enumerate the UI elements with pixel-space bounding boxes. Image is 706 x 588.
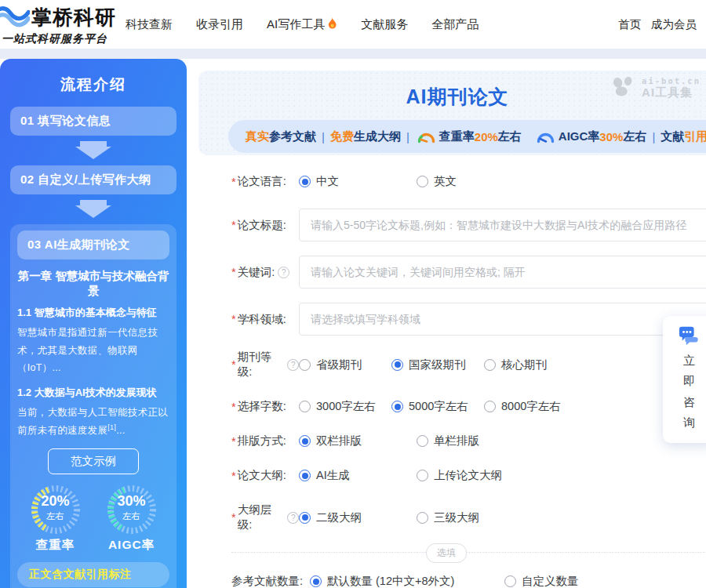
nav-right-links: 首页 成为会员 我的 [618,17,706,32]
field-label: *期刊等级:? [231,350,299,379]
radio-icon [417,435,428,447]
radio-icon [299,470,311,481]
preview-section-text: 智慧城市是指通过新一代信息技术，尤其是大数据、物联网（IoT）... [17,324,169,377]
radio-provincial-journal[interactable]: 省级期刊 [299,358,391,372]
paper-title-input[interactable] [299,209,706,241]
paper-form: *论文语言: 中文 英文 *论文标题: *关键词:? *学科领域: *期刊等级:… [198,174,706,588]
radio-icon [299,359,311,371]
nav-item-ai-writing[interactable]: AI写作工具 [267,17,337,32]
chat-bubbles-icon [677,336,702,350]
radio-icon [299,435,311,447]
radio-chinese[interactable]: 中文 [299,174,417,189]
step-card-1: 01 填写论文信息 [10,107,176,136]
field-label: 参考文献数量: [231,574,310,588]
help-icon[interactable]: ? [287,359,299,371]
page-header-card: ai-bot.cn AI工具集 AI期刊论文 真实参考文献|免费生成大纲|查重率… [198,71,706,155]
field-label: *选择字数: [231,399,299,414]
radio-custom-count[interactable]: 自定义数量 [504,574,579,588]
radio-icon [484,359,496,371]
form-row-journal-level: *期刊等级:? 省级期刊 国家级期刊 核心期刊 [231,350,706,379]
radio-upload-outline[interactable]: 上传论文大纲 [417,468,534,483]
radio-icon [299,176,311,187]
aigc-rate-gauge: 30% 左右 AIGC率 [106,484,158,554]
radio-icon [417,176,428,187]
field-label: *论文标题: [231,218,299,233]
radio-ai-generate-outline[interactable]: AI生成 [299,468,417,483]
nav-item-literature[interactable]: 文献服务 [361,17,408,32]
field-label: *学科领域: [231,312,299,327]
arrow-down-icon [75,200,111,219]
page-top-strip [0,49,706,59]
form-row-title: *论文标题: [231,209,706,241]
radio-icon [299,401,311,412]
radio-icon [391,359,403,371]
radio-two-level-outline[interactable]: 二级大纲 [299,510,417,525]
field-label: *关键词:? [231,265,299,280]
optional-section-divider: 选填 [231,552,706,553]
radio-icon [391,401,403,412]
help-icon[interactable]: ? [278,267,289,278]
nav-link-membership[interactable]: 成为会员 [651,17,697,32]
flame-icon [327,17,337,32]
radio-5000-words[interactable]: 5000字左右 [391,399,484,414]
radio-two-column[interactable]: 双栏排版 [299,434,417,448]
process-sidebar: 流程介绍 01 填写论文信息 02 自定义/上传写作大纲 03 AI生成期刊论文… [0,59,187,588]
radio-core-journal[interactable]: 核心期刊 [484,358,577,372]
step-card-3: 03 AI生成期刊论文 [17,230,169,260]
wave-logo-icon [0,3,31,33]
brand-logo[interactable]: 掌桥科研 一站式科研服务平台 [0,3,116,46]
preview-section-text: 当前，大数据与人工智能技术正以前所未有的速度发展[1]... [17,404,169,440]
top-navbar: 掌桥科研 一站式科研服务平台 科技查新 收录引用 AI写作工具 文献服务 全部产… [0,0,706,49]
duplicate-rate-gauge: 20% 左右 查重率 [30,484,82,554]
field-label: *论文语言: [231,174,299,189]
citation-marker: [1] [107,423,116,431]
radio-icon [417,512,428,524]
rate-gauges: 20% 左右 查重率 30% 左右 AIGC率 [17,484,169,554]
radio-english[interactable]: 英文 [417,174,534,189]
field-label: *排版方式: [231,434,299,448]
nav-menu: 科技查新 收录引用 AI写作工具 文献服务 全部产品 [126,17,479,32]
radio-icon [504,575,516,587]
preview-section-heading: 1.2 大数据与AI技术的发展现状 [17,386,169,400]
form-row-outline: *论文大纲: AI生成 上传论文大纲 [231,468,706,483]
help-icon[interactable]: ? [287,512,299,524]
arrow-down-icon [75,141,111,160]
nav-link-home[interactable]: 首页 [618,17,641,32]
form-row-layout: *排版方式: 双栏排版 单栏排版 [231,434,706,448]
form-row-reference-count: 参考文献数量: 默认数量 (12中文+8外文) 自定义数量 [231,574,706,588]
nav-item-citation[interactable]: 收录引用 [196,17,243,32]
optional-badge: 选填 [426,543,467,563]
radio-icon [417,470,428,481]
features-banner: 真实参考文献|免费生成大纲|查重率20%左右AIGC率30% 左右|文献引用标注… [228,120,706,153]
field-label: *大纲层级:? [231,503,299,532]
form-row-word-count: *选择字数: 3000字左右 5000字左右 8000字左右 [231,399,706,414]
keywords-input[interactable] [299,256,706,289]
nav-item-all-products[interactable]: 全部产品 [431,17,479,32]
gauge-icon [417,130,435,143]
radio-three-level-outline[interactable]: 三级大纲 [417,510,534,525]
step3-preview-panel: 03 AI生成期刊论文 第一章 智慧城市与技术融合背景 1.1 智慧城市的基本概… [10,224,176,588]
radio-8000-words[interactable]: 8000字左右 [484,399,577,414]
form-row-language: *论文语言: 中文 英文 [231,174,706,189]
feature-pill-citation[interactable]: 正文含文献引用标注 [17,562,169,587]
form-row-outline-level: *大纲层级:? 二级大纲 三级大纲 [231,503,706,532]
gauge-icon [536,130,555,143]
watermark: ai-bot.cn AI工具集 [611,75,701,100]
consult-float-button[interactable]: 立 即 咨 询 [663,316,706,443]
radio-icon [299,512,311,524]
preview-section-heading: 1.1 智慧城市的基本概念与特征 [17,306,169,320]
nav-item-novelty[interactable]: 科技查新 [126,17,173,32]
radio-default-count[interactable]: 默认数量 (12中文+8外文) [310,574,504,588]
paw-icon [611,75,638,100]
form-row-subject: *学科领域: [231,303,706,336]
radio-national-journal[interactable]: 国家级期刊 [391,358,484,372]
brand-title: 掌桥科研 [31,4,116,31]
sample-paper-button[interactable]: 范文示例 [48,448,139,474]
consult-label: 立 即 咨 询 [663,350,706,433]
step-card-2: 02 自定义/上传写作大纲 [10,165,176,194]
radio-3000-words[interactable]: 3000字左右 [299,399,391,414]
radio-single-column[interactable]: 单栏排版 [417,434,534,448]
brand-tagline: 一站式科研服务平台 [2,32,107,46]
preview-chapter-title: 第一章 智慧城市与技术融合背景 [17,269,169,299]
subject-field-input[interactable] [299,303,706,336]
